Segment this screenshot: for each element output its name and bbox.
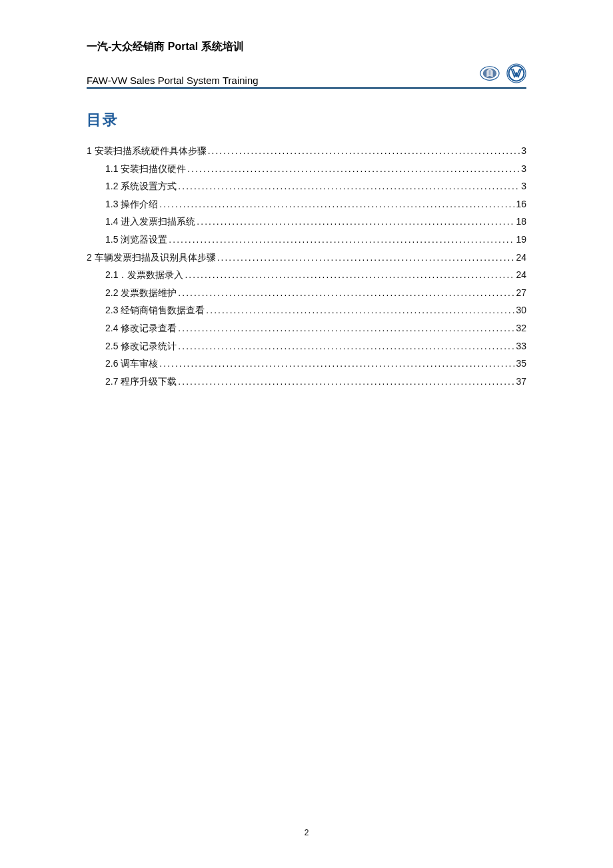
- toc-leader-dots: [178, 373, 514, 391]
- toc-entry-label: 2.4 修改记录查看: [105, 319, 177, 337]
- toc-leader-dots: [169, 231, 514, 249]
- toc-entry-page: 33: [516, 337, 526, 355]
- toc-entry[interactable]: 2.3 经销商销售数据查看30: [87, 301, 526, 319]
- toc-entry-page: 27: [516, 284, 526, 302]
- toc-leader-dots: [208, 142, 520, 160]
- toc-entry-label: 2.3 经销商销售数据查看: [105, 301, 205, 319]
- toc-entry-label: 1 安装扫描系统硬件具体步骤: [87, 142, 207, 160]
- toc-entry-label: 1.5 浏览器设置: [105, 231, 167, 249]
- title-row: FAW-VW Sales Portal System Training: [87, 63, 526, 89]
- toc-leader-dots: [206, 301, 514, 319]
- vw-logo-icon: [506, 63, 526, 83]
- toc-leader-dots: [185, 266, 514, 284]
- toc-entry[interactable]: 2.7 程序升级下载37: [87, 373, 526, 391]
- toc-entry-page: 35: [516, 355, 526, 373]
- toc-leader-dots: [178, 337, 514, 355]
- toc-heading: 目录: [87, 110, 526, 130]
- toc-entry[interactable]: 2.4 修改记录查看32: [87, 319, 526, 337]
- toc-entry-label: 1.3 操作介绍: [105, 195, 158, 213]
- toc-entry[interactable]: 2.2 发票数据维护27: [87, 284, 526, 302]
- toc-entry-page: 3: [521, 142, 526, 160]
- toc-entry-page: 32: [516, 319, 526, 337]
- toc-entry-label: 2.1．发票数据录入: [105, 266, 183, 284]
- toc-entry-page: 30: [516, 301, 526, 319]
- toc-entry[interactable]: 2 车辆发票扫描及识别具体步骤24: [87, 249, 526, 267]
- toc-entry-label: 2 车辆发票扫描及识别具体步骤: [87, 249, 216, 267]
- toc-leader-dots: [187, 160, 520, 178]
- title-chinese: 一汽-大众经销商 Portal 系统培训: [87, 40, 526, 54]
- table-of-contents: 1 安装扫描系统硬件具体步骤31.1 安装扫描仪硬件31.2 系统设置方式31.…: [87, 142, 526, 390]
- toc-entry-label: 1.2 系统设置方式: [105, 177, 177, 195]
- toc-entry[interactable]: 1.5 浏览器设置19: [87, 231, 526, 249]
- toc-leader-dots: [178, 284, 514, 302]
- toc-entry-page: 3: [521, 160, 526, 178]
- toc-entry-label: 2.2 发票数据维护: [105, 284, 177, 302]
- toc-entry-page: 24: [516, 249, 526, 267]
- page-number: 2: [0, 828, 613, 837]
- toc-entry-label: 2.5 修改记录统计: [105, 337, 177, 355]
- toc-entry-label: 2.6 调车审核: [105, 355, 158, 373]
- toc-entry[interactable]: 2.1．发票数据录入24: [87, 266, 526, 284]
- logo-group: [480, 63, 526, 86]
- toc-entry[interactable]: 2.6 调车审核35: [87, 355, 526, 373]
- toc-leader-dots: [197, 213, 514, 231]
- toc-entry-label: 1.4 进入发票扫描系统: [105, 213, 195, 231]
- toc-entry[interactable]: 2.5 修改记录统计33: [87, 337, 526, 355]
- toc-leader-dots: [159, 195, 514, 213]
- toc-entry-page: 24: [516, 266, 526, 284]
- document-header: 一汽-大众经销商 Portal 系统培训 FAW-VW Sales Portal…: [87, 40, 526, 89]
- svg-rect-2: [489, 70, 491, 75]
- toc-entry[interactable]: 1.1 安装扫描仪硬件3: [87, 160, 526, 178]
- toc-entry-page: 3: [521, 177, 526, 195]
- toc-entry[interactable]: 1.4 进入发票扫描系统18: [87, 213, 526, 231]
- toc-entry[interactable]: 1.3 操作介绍16: [87, 195, 526, 213]
- toc-entry[interactable]: 1 安装扫描系统硬件具体步骤3: [87, 142, 526, 160]
- toc-leader-dots: [178, 319, 514, 337]
- toc-entry[interactable]: 1.2 系统设置方式3: [87, 177, 526, 195]
- toc-entry-label: 1.1 安装扫描仪硬件: [105, 160, 186, 178]
- toc-leader-dots: [217, 249, 515, 267]
- title-english: FAW-VW Sales Portal System Training: [87, 75, 259, 86]
- toc-leader-dots: [178, 177, 520, 195]
- toc-entry-page: 16: [516, 195, 526, 213]
- toc-leader-dots: [159, 355, 514, 373]
- faw-logo-icon: [480, 63, 500, 83]
- toc-entry-page: 19: [516, 231, 526, 249]
- toc-entry-label: 2.7 程序升级下载: [105, 373, 177, 391]
- toc-entry-page: 37: [516, 373, 526, 391]
- toc-entry-page: 18: [516, 213, 526, 231]
